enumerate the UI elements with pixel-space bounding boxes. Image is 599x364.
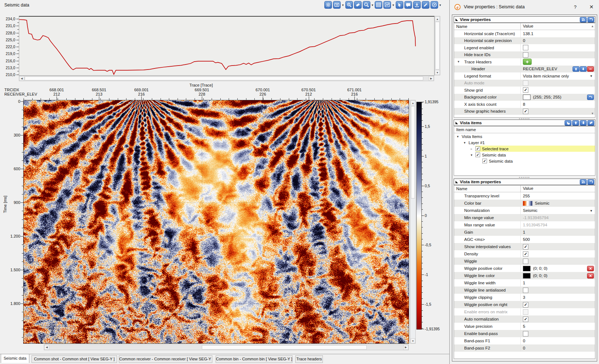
property-value[interactable]	[520, 286, 595, 294]
property-value[interactable]: 3	[520, 294, 595, 301]
scroll-left-button[interactable]: ◀	[44, 345, 49, 350]
scroll-up-button[interactable]: ▲	[435, 16, 440, 21]
dropdown-caret-icon[interactable]: ▾	[590, 209, 592, 213]
tab-seismic-data[interactable]: Seismic data	[1, 354, 29, 363]
tree-item-seismic-data[interactable]: ▾✓Seismic data	[454, 152, 595, 158]
property-value[interactable]: -1.913945794	[520, 214, 595, 221]
tree-expander-open-icon[interactable]: ▾	[471, 153, 475, 157]
move-down-button[interactable]	[580, 66, 587, 72]
unchecked-checkbox[interactable]	[523, 45, 528, 50]
property-value[interactable]: ✓	[520, 87, 595, 94]
tree-item-seismic-data[interactable]: ✓Seismic data	[454, 158, 595, 164]
property-value[interactable]	[520, 308, 595, 315]
select-cursor-button[interactable]	[396, 1, 403, 9]
scroll-up-button[interactable]: ▲	[411, 100, 415, 105]
zoom-mode-dropdown-icon[interactable]: ▾	[372, 3, 374, 7]
property-value[interactable]: Seismic	[520, 200, 595, 207]
property-value[interactable]: 0	[520, 37, 595, 45]
tree-item-selected-trace[interactable]: ▸✓Selected trace	[454, 146, 595, 152]
seismic-horizontal-scrollbar[interactable]: ◀▶	[44, 344, 409, 350]
property-value[interactable]: Seismic▾	[520, 207, 595, 214]
tree-expander-open-icon[interactable]: ▾	[457, 135, 462, 138]
property-value[interactable]: 5	[520, 323, 595, 330]
zoom-mode-button[interactable]	[363, 1, 370, 9]
highlight-item-button[interactable]	[565, 120, 571, 126]
import-button[interactable]	[413, 1, 421, 9]
scroll-right-button[interactable]: ▶	[429, 76, 434, 81]
property-value[interactable]: ✓	[520, 108, 595, 115]
remove-color-button[interactable]	[587, 273, 594, 279]
checked-checkbox[interactable]: ✓	[475, 146, 480, 151]
elevation-vertical-scrollbar[interactable]: ▲▼	[434, 16, 440, 75]
checked-checkbox[interactable]: ✓	[475, 152, 480, 157]
property-value[interactable]: ✓	[520, 315, 595, 323]
chart-mode-button[interactable]	[383, 1, 391, 9]
checked-checkbox[interactable]: ✓	[523, 109, 528, 114]
unchecked-checkbox[interactable]	[523, 309, 528, 315]
scroll-right-button[interactable]: ▶	[403, 345, 408, 350]
unchecked-checkbox[interactable]	[523, 80, 528, 86]
unchecked-checkbox[interactable]	[523, 288, 528, 293]
property-value[interactable]	[520, 51, 595, 59]
property-value[interactable]: 255	[520, 192, 595, 200]
property-value[interactable]: ✓	[520, 250, 595, 258]
property-value[interactable]: 8	[520, 101, 595, 108]
property-value[interactable]: 1	[520, 229, 595, 236]
scroll-thumb[interactable]	[202, 345, 367, 350]
checked-checkbox[interactable]: ✓	[523, 251, 528, 257]
color-swatch[interactable]	[523, 273, 531, 279]
move-up-button[interactable]	[573, 66, 579, 72]
reset-button[interactable]	[587, 179, 594, 185]
feed-button[interactable]	[580, 17, 587, 22]
window-mode-dropdown-icon[interactable]: ▾	[342, 3, 344, 7]
tree-item-vista-items[interactable]: ▾Vista Items	[454, 133, 595, 139]
scroll-thumb[interactable]	[25, 76, 423, 80]
color-swatch[interactable]	[523, 266, 531, 271]
property-value[interactable]: Vista item nickname only▾	[520, 72, 595, 80]
vista-item-properties-section-header[interactable]: Vista item properties	[454, 179, 595, 185]
settings-button[interactable]	[324, 1, 332, 9]
property-value[interactable]: (0; 0; 0)	[520, 265, 595, 272]
checked-checkbox[interactable]: ✓	[523, 87, 528, 93]
scroll-down-button[interactable]: ▼	[435, 70, 440, 75]
property-value[interactable]: 500	[520, 236, 595, 243]
property-value[interactable]: (0; 0; 0)	[520, 272, 595, 279]
seismic-image[interactable]	[24, 100, 409, 343]
design-mode-dropdown-icon[interactable]: ▾	[440, 3, 441, 7]
property-value[interactable]: ✓	[520, 301, 595, 308]
elevation-horizontal-scrollbar[interactable]: ◀▶	[19, 76, 434, 81]
view-properties-section-header[interactable]: View properties	[454, 16, 595, 23]
checked-checkbox[interactable]: ✓	[523, 244, 528, 250]
scroll-down-button[interactable]: ▼	[411, 338, 415, 343]
remove-button[interactable]	[587, 66, 594, 72]
erase-item-button[interactable]	[587, 120, 594, 126]
elevation-chart[interactable]	[19, 16, 434, 76]
help-button[interactable]: ?	[574, 4, 577, 10]
tab-trace-headers[interactable]: Trace headers	[295, 355, 323, 363]
window-mode-button[interactable]	[333, 1, 341, 9]
move-item-down-button[interactable]	[580, 120, 587, 126]
unchecked-checkbox[interactable]	[523, 52, 528, 58]
unchecked-checkbox[interactable]	[523, 331, 528, 336]
property-value[interactable]	[520, 258, 595, 265]
property-value[interactable]: RECEIVER_ELEV	[520, 66, 595, 73]
close-icon[interactable]: ✕	[589, 4, 594, 10]
move-item-up-button[interactable]	[572, 120, 579, 126]
vista-items-section-header[interactable]: Vista items	[454, 120, 595, 126]
checked-checkbox[interactable]: ✓	[523, 317, 528, 322]
checked-checkbox[interactable]: ✓	[482, 159, 487, 163]
tab-common-receiver-common-receive[interactable]: Common receiver - Common receiver [ View…	[119, 355, 212, 363]
table-scroll-down-icon[interactable]: ▼	[591, 112, 594, 115]
property-value[interactable]: 138.1	[520, 30, 595, 37]
eraser-button[interactable]	[354, 1, 362, 9]
property-value[interactable]: 0	[520, 344, 595, 352]
checked-checkbox[interactable]: ✓	[523, 302, 528, 307]
property-value[interactable]	[520, 330, 595, 337]
scroll-left-button[interactable]: ◀	[19, 76, 24, 81]
tab-common-bin-common-bin-view-seg[interactable]: Common bin - Common bin [ View SEG-Y ]	[216, 355, 292, 363]
property-value[interactable]	[520, 58, 595, 66]
property-value[interactable]: ✓	[520, 243, 595, 250]
scroll-thumb[interactable]	[435, 22, 440, 70]
scroll-thumb[interactable]	[411, 106, 415, 198]
table-scroll-up-icon[interactable]: ▲	[591, 25, 594, 28]
